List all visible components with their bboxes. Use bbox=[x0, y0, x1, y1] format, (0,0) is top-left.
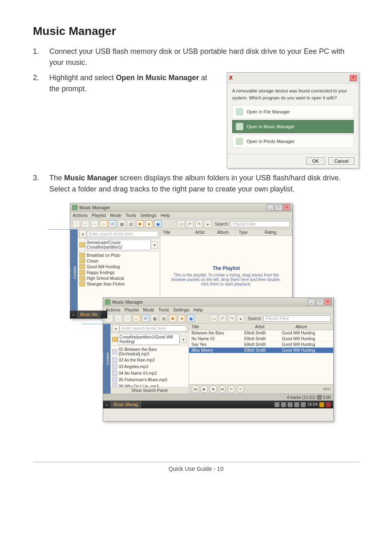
sidetab-collec[interactable]: Collec. bbox=[99, 324, 105, 394]
file-item[interactable]: 05 Fisherman's Blues.mp3 bbox=[112, 376, 187, 383]
search-go-icon[interactable]: ▸ bbox=[112, 325, 120, 332]
tray-icon[interactable] bbox=[281, 402, 286, 407]
folder-item[interactable]: Happy Endings bbox=[79, 270, 158, 275]
option-open-music-manager[interactable]: Open in Music Manager bbox=[232, 120, 354, 133]
menu-help[interactable]: Help bbox=[161, 213, 170, 218]
save-icon[interactable]: ▣ bbox=[154, 220, 161, 228]
menu-mode[interactable]: Mode bbox=[110, 213, 122, 218]
menu-actions[interactable]: Actions bbox=[73, 213, 88, 218]
folder-item[interactable]: Closer bbox=[79, 258, 158, 264]
folder-item[interactable]: High School Musical bbox=[79, 275, 158, 281]
file-item[interactable]: 01 Between the Bars [Orchestral].mp3 bbox=[112, 347, 187, 357]
path-input[interactable]: /home/user/Cruzer Crossfire/partition1/ bbox=[85, 240, 151, 250]
home-icon[interactable]: ⌂ bbox=[106, 402, 108, 407]
star-icon[interactable]: ★ bbox=[178, 315, 185, 322]
back-icon[interactable]: ← bbox=[115, 315, 122, 322]
folder-item[interactable]: Stranger than Fiction bbox=[79, 281, 158, 287]
power-icon[interactable] bbox=[326, 402, 331, 407]
option-open-file-manager[interactable]: Open in File Manager bbox=[232, 105, 354, 118]
home-icon[interactable]: ⌂ bbox=[100, 220, 107, 228]
tray-icon[interactable] bbox=[319, 402, 324, 407]
redo-icon[interactable]: ↷ bbox=[228, 315, 235, 322]
taskbar-app-button[interactable]: Music Manag bbox=[111, 401, 141, 408]
view-icon[interactable]: ▦ bbox=[151, 315, 158, 322]
undo-icon[interactable]: ↶ bbox=[219, 315, 226, 322]
dropdown-icon[interactable]: ▾ bbox=[151, 241, 158, 249]
view-icon[interactable]: ▦ bbox=[118, 220, 125, 228]
forward-icon[interactable]: → bbox=[124, 315, 131, 322]
col-artist[interactable]: Artist bbox=[253, 324, 293, 330]
col-title[interactable]: Title bbox=[189, 324, 253, 330]
save-icon[interactable]: ▣ bbox=[187, 315, 194, 322]
clear-icon[interactable]: ▭ bbox=[210, 315, 217, 322]
maximize-icon[interactable]: □ bbox=[275, 204, 282, 211]
view-icon[interactable]: ▤ bbox=[160, 315, 167, 322]
sidetab-media[interactable]: Media bbox=[82, 324, 88, 394]
path-input[interactable]: Crossfire/partition1/Good Will Hunting/ bbox=[118, 334, 180, 345]
sidetab-files[interactable]: Files bbox=[55, 229, 60, 316]
menu-settings[interactable]: Settings bbox=[140, 213, 157, 218]
prev-icon[interactable]: ⏮ bbox=[191, 385, 199, 393]
clear-icon[interactable]: ▭ bbox=[177, 220, 184, 228]
sidetab-collec[interactable]: Collec. bbox=[66, 229, 72, 316]
home-icon[interactable]: ⌂ bbox=[133, 315, 140, 322]
sidetab-playlists[interactable]: Playlists bbox=[93, 324, 99, 394]
browser-search-input[interactable]: Enter search terms here bbox=[120, 325, 187, 332]
redo-icon[interactable]: ↷ bbox=[195, 220, 203, 228]
close-icon[interactable]: × bbox=[350, 75, 357, 81]
menu-mode[interactable]: Mode bbox=[143, 307, 154, 312]
taskbar-app-button[interactable]: Music Ma bbox=[77, 311, 101, 318]
minimize-icon[interactable]: _ bbox=[308, 299, 315, 305]
stop-icon[interactable]: ■ bbox=[210, 385, 217, 393]
play-icon[interactable]: ▶ bbox=[201, 385, 208, 393]
sidetab-files[interactable]: Files bbox=[88, 324, 93, 394]
up-icon[interactable]: ↑ bbox=[73, 220, 80, 228]
sidetab-context[interactable]: Context bbox=[105, 324, 111, 394]
tray-icon[interactable] bbox=[274, 402, 279, 407]
option-open-photo-manager[interactable]: Open in Photo Manager bbox=[232, 135, 354, 148]
col-album[interactable]: Album bbox=[293, 324, 333, 330]
dropdown-icon[interactable]: ▾ bbox=[180, 336, 187, 343]
col-album[interactable]: Album bbox=[214, 229, 236, 235]
col-artist[interactable]: Artist bbox=[193, 229, 214, 235]
col-title[interactable]: Title bbox=[160, 229, 193, 235]
close-icon[interactable]: × bbox=[283, 204, 291, 211]
menu-settings[interactable]: Settings bbox=[173, 307, 189, 312]
forward-icon[interactable]: → bbox=[91, 220, 98, 228]
menu-help[interactable]: Help bbox=[194, 307, 203, 312]
minimize-icon[interactable]: _ bbox=[267, 204, 274, 211]
table-row[interactable]: Miss MiseryElliott SmithGood Will Huntin… bbox=[189, 348, 333, 353]
refresh-icon[interactable]: ⟳ bbox=[142, 315, 149, 322]
close-icon[interactable]: × bbox=[324, 299, 332, 305]
filter-icon[interactable]: ▸ bbox=[237, 315, 244, 322]
tools-icon[interactable]: ✖ bbox=[169, 315, 176, 322]
menu-tools[interactable]: Tools bbox=[158, 307, 169, 312]
filter-icon[interactable]: ▸ bbox=[204, 220, 212, 228]
undo-icon[interactable]: ↶ bbox=[186, 220, 194, 228]
playlist-filter-input[interactable]: Playlist Filter bbox=[231, 221, 290, 227]
menu-tools[interactable]: Tools bbox=[125, 213, 136, 218]
folder-item[interactable]: Breakfast on Pluto bbox=[79, 252, 158, 258]
back-icon[interactable]: ← bbox=[82, 220, 89, 228]
network-icon[interactable] bbox=[301, 402, 306, 407]
repeat-icon[interactable]: ↻ bbox=[228, 385, 235, 393]
view-icon[interactable]: ▤ bbox=[127, 220, 134, 228]
table-row[interactable]: Say YesElliott SmithGood Will Hunting bbox=[189, 342, 333, 348]
shuffle-icon[interactable]: ⤭ bbox=[237, 385, 244, 393]
menu-playlist[interactable]: Playlist bbox=[125, 307, 139, 312]
cancel-button[interactable]: Cancel bbox=[328, 157, 355, 165]
col-type[interactable]: Type bbox=[236, 229, 262, 235]
table-row[interactable]: No Name #3Elliott SmithGood Will Hunting bbox=[189, 336, 333, 342]
search-go-icon[interactable]: ▸ bbox=[79, 230, 87, 237]
tray-icon[interactable] bbox=[288, 402, 293, 407]
next-icon[interactable]: ⏭ bbox=[219, 385, 226, 393]
show-search-panel-button[interactable]: Show Search Panel bbox=[111, 387, 189, 394]
ok-button[interactable]: OK bbox=[306, 157, 325, 165]
file-item[interactable]: 06 Why Do I Lie-.mp3 bbox=[112, 383, 187, 387]
browser-search-input[interactable]: Enter search terms here bbox=[87, 231, 158, 237]
star-icon[interactable]: ★ bbox=[145, 220, 152, 228]
tools-icon[interactable]: ✖ bbox=[136, 220, 143, 228]
home-icon[interactable]: ⌂ bbox=[72, 312, 75, 317]
sidetab-media[interactable]: Media bbox=[49, 229, 55, 316]
file-item[interactable]: 04 No Name #3.mp3 bbox=[112, 370, 187, 376]
